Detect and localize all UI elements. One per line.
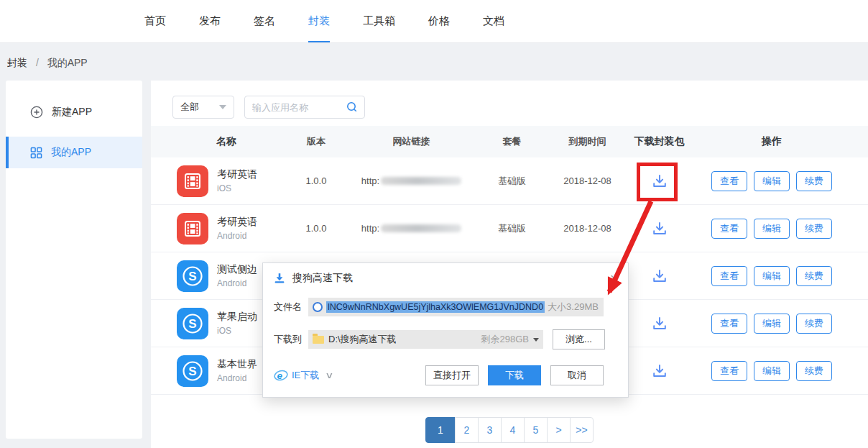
filename-label: 文件名 bbox=[274, 301, 308, 314]
app-version: 1.0.0 bbox=[287, 175, 345, 186]
app-link: http: bbox=[345, 175, 478, 186]
edit-button[interactable]: 编辑 bbox=[754, 266, 790, 286]
page-button-5[interactable]: 5 bbox=[524, 417, 548, 443]
plus-circle-icon bbox=[30, 106, 43, 119]
renew-button[interactable]: 续费 bbox=[796, 219, 832, 239]
view-button[interactable]: 查看 bbox=[711, 171, 747, 191]
space-left-label: 剩余298GB bbox=[481, 333, 529, 346]
blurred-link bbox=[381, 224, 461, 232]
app-link: http: bbox=[345, 223, 478, 234]
edit-button[interactable]: 编辑 bbox=[754, 361, 790, 381]
saveto-field[interactable]: D:\搜狗高速下载 剩余298GB bbox=[308, 330, 543, 349]
ie-icon: e bbox=[274, 369, 288, 382]
caret-down-icon[interactable] bbox=[533, 338, 539, 342]
page-button-4[interactable]: 4 bbox=[501, 417, 525, 443]
sidebar-item-label: 新建APP bbox=[52, 106, 92, 119]
saveto-path: D:\搜狗高速下载 bbox=[328, 333, 397, 346]
nav-item-publish[interactable]: 发布 bbox=[199, 0, 221, 42]
app-platform: Android bbox=[217, 373, 257, 383]
download-package-icon[interactable] bbox=[650, 362, 669, 380]
search-box bbox=[244, 96, 365, 119]
download-package-icon[interactable] bbox=[650, 267, 669, 285]
blurred-link bbox=[381, 177, 461, 185]
pagination-next-button[interactable]: > bbox=[547, 417, 571, 443]
filesize-label: 大小3.29MB bbox=[548, 301, 599, 314]
breadcrumb-section[interactable]: 封装 bbox=[7, 57, 27, 68]
ie-download-toggle[interactable]: e IE下载 ∨ bbox=[274, 369, 333, 382]
view-button[interactable]: 查看 bbox=[711, 219, 747, 239]
column-header-link: 网站链接 bbox=[345, 135, 478, 148]
svg-text:e: e bbox=[277, 370, 283, 381]
app-expire-date: 2018-12-08 bbox=[546, 223, 629, 234]
film-icon bbox=[177, 165, 208, 197]
download-button[interactable]: 下载 bbox=[488, 365, 541, 385]
table-row: 考研英语 iOS 1.0.0 http: 基础版 2018-12-08 查看 编… bbox=[151, 157, 868, 205]
cancel-button[interactable]: 取消 bbox=[550, 365, 604, 385]
app-platform: iOS bbox=[217, 183, 257, 193]
search-input[interactable] bbox=[245, 102, 346, 113]
sidebar-item-new-app[interactable]: 新建APP bbox=[6, 96, 142, 128]
pagination-last-button[interactable]: >> bbox=[570, 417, 594, 443]
sidebar-item-label: 我的APP bbox=[51, 146, 91, 159]
view-button[interactable]: 查看 bbox=[711, 266, 747, 286]
renew-button[interactable]: 续费 bbox=[796, 314, 832, 334]
edit-button[interactable]: 编辑 bbox=[754, 171, 790, 191]
dialog-title-bar: 搜狗高速下载 × bbox=[263, 263, 628, 285]
nav-item-home[interactable]: 首页 bbox=[144, 0, 166, 42]
app-version: 1.0.0 bbox=[287, 223, 345, 234]
dialog-footer: e IE下载 ∨ 直接打开 下载 取消 bbox=[274, 365, 604, 385]
caret-down-icon bbox=[219, 105, 226, 109]
breadcrumb-separator: / bbox=[36, 57, 39, 68]
renew-button[interactable]: 续费 bbox=[796, 361, 832, 381]
nav-item-price[interactable]: 价格 bbox=[428, 0, 450, 42]
app-name: 基本世界 bbox=[217, 358, 257, 371]
filename-field[interactable]: lNC9wNnRNbXgwUE5jYjlhaXk3OWlEMG1JVnJDND0… bbox=[308, 298, 604, 316]
nav-item-docs[interactable]: 文档 bbox=[483, 0, 504, 42]
sidebar-item-my-app[interactable]: 我的APP bbox=[6, 137, 142, 168]
renew-button[interactable]: 续费 bbox=[796, 171, 832, 191]
sogou-icon: S bbox=[177, 260, 208, 292]
download-package-icon[interactable] bbox=[650, 219, 669, 238]
search-icon[interactable] bbox=[346, 101, 364, 113]
dialog-title: 搜狗高速下载 bbox=[292, 272, 353, 285]
download-icon bbox=[274, 273, 285, 284]
filename-value: lNC9wNnRNbXgwUE5jYjlhaXk3OWlEMG1JVnJDND0 bbox=[326, 301, 545, 313]
download-package-icon[interactable] bbox=[650, 314, 669, 333]
sogou-icon: S bbox=[177, 308, 208, 339]
sidebar: 新建APP 我的APP bbox=[6, 81, 142, 439]
nav-item-sign[interactable]: 签名 bbox=[254, 0, 275, 42]
renew-button[interactable]: 续费 bbox=[796, 266, 832, 286]
open-directly-button[interactable]: 直接打开 bbox=[425, 365, 479, 385]
link-prefix: http: bbox=[361, 223, 379, 234]
filter-select[interactable]: 全部 bbox=[172, 96, 234, 119]
browse-button[interactable]: 浏览... bbox=[553, 329, 605, 349]
breadcrumb: 封装 / 我的APP bbox=[7, 57, 88, 70]
app-plan: 基础版 bbox=[478, 222, 546, 235]
download-dialog: 搜狗高速下载 × 文件名 lNC9wNnRNbXgwUE5jYjlhaXk3OW… bbox=[262, 262, 629, 398]
page-button-1[interactable]: 1 bbox=[425, 417, 456, 443]
page-button-3[interactable]: 3 bbox=[478, 417, 502, 443]
app-name: 测试侧边 bbox=[217, 263, 257, 276]
app-platform: iOS bbox=[217, 326, 257, 336]
view-button[interactable]: 查看 bbox=[711, 314, 747, 334]
page-button-2[interactable]: 2 bbox=[455, 417, 479, 443]
close-icon[interactable]: × bbox=[610, 272, 619, 285]
edit-button[interactable]: 编辑 bbox=[754, 219, 790, 239]
toolbar: 全部 bbox=[151, 81, 868, 119]
download-package-icon[interactable] bbox=[650, 172, 669, 191]
column-header-version: 版本 bbox=[287, 135, 345, 148]
svg-text:S: S bbox=[188, 270, 196, 283]
svg-text:S: S bbox=[188, 365, 196, 378]
saveto-label: 下载到 bbox=[274, 333, 308, 346]
link-prefix: http: bbox=[361, 175, 379, 186]
edit-button[interactable]: 编辑 bbox=[754, 314, 790, 334]
app-platform: Android bbox=[217, 278, 257, 288]
nav-item-toolbox[interactable]: 工具箱 bbox=[363, 0, 395, 42]
filter-select-value: 全部 bbox=[180, 101, 199, 114]
nav-item-package[interactable]: 封装 bbox=[308, 0, 330, 42]
view-button[interactable]: 查看 bbox=[711, 361, 747, 381]
file-type-icon bbox=[313, 302, 323, 312]
grid-icon bbox=[30, 147, 42, 159]
app-expire-date: 2018-12-08 bbox=[546, 175, 629, 186]
breadcrumb-current: 我的APP bbox=[47, 57, 88, 68]
